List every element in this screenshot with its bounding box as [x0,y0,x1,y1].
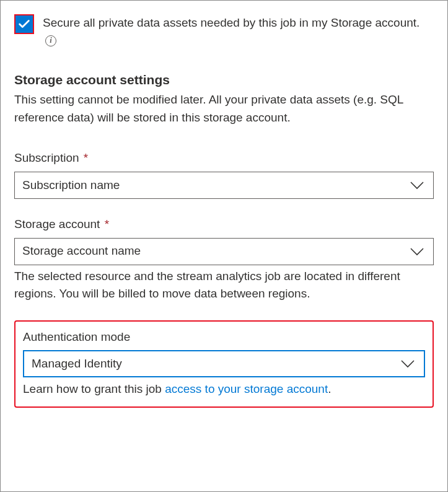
auth-mode-label: Authentication mode [23,329,425,346]
storage-account-helper: The selected resource and the stream ana… [14,268,434,303]
learn-more-prefix: Learn how to grant this job [23,382,165,395]
checkmark-icon [17,17,31,31]
chevron-down-icon [400,359,415,368]
subscription-value: Subscription name [22,177,120,194]
secure-assets-checkbox[interactable] [14,14,34,34]
subscription-select[interactable]: Subscription name [14,172,434,199]
storage-account-field-group: Storage account * Storage account name T… [14,216,434,303]
subscription-label-text: Subscription [14,151,79,164]
chevron-down-icon [410,247,424,256]
storage-account-value: Storage account name [22,243,141,260]
subscription-label: Subscription * [14,150,434,167]
subscription-field-group: Subscription * Subscription name [14,150,434,199]
storage-account-access-link[interactable]: access to your storage account [165,382,328,395]
section-heading: Storage account settings [14,71,434,89]
storage-account-label-text: Storage account [14,217,100,231]
secure-assets-label: Secure all private data assets needed by… [43,14,434,48]
secure-assets-row: Secure all private data assets needed by… [14,14,434,48]
learn-more-suffix: . [328,382,331,395]
auth-mode-learn-more: Learn how to grant this job access to yo… [23,381,425,398]
storage-account-select[interactable]: Storage account name [14,238,434,265]
section-description: This setting cannot be modified later. A… [14,91,434,126]
chevron-down-icon [410,181,424,190]
auth-mode-highlight-box: Authentication mode Managed Identity Lea… [14,320,434,408]
auth-mode-select[interactable]: Managed Identity [23,350,425,377]
info-icon[interactable]: i [45,35,56,46]
storage-account-label: Storage account * [14,216,434,233]
secure-assets-text: Secure all private data assets needed by… [43,16,419,29]
required-indicator: * [84,151,88,164]
auth-mode-value: Managed Identity [32,356,122,372]
required-indicator: * [105,217,109,231]
